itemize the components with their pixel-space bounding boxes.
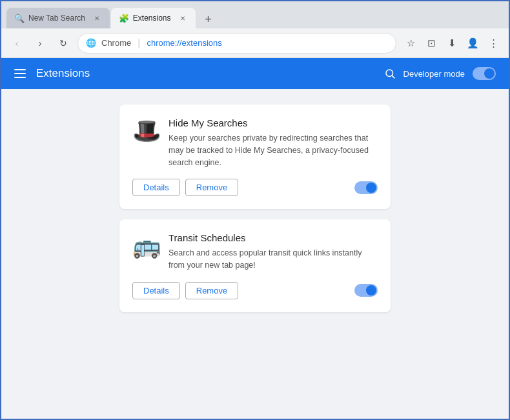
new-tab-button[interactable]: + bbox=[199, 10, 218, 28]
toggle-thumb-1 bbox=[366, 183, 376, 193]
extension-toggle-1[interactable] bbox=[354, 181, 378, 194]
svg-line-1 bbox=[392, 75, 394, 78]
download-button[interactable]: ⬇ bbox=[443, 34, 461, 52]
menu-dots-icon: ⋮ bbox=[489, 37, 498, 49]
ext-icon-1: ⊡ bbox=[427, 37, 436, 49]
address-bar[interactable]: 🌐 Chrome | chrome://extensions bbox=[77, 33, 396, 54]
tab-close-new-tab-search[interactable]: ✕ bbox=[92, 13, 102, 23]
browser-window: 🔍 New Tab Search ✕ 🧩 Extensions ✕ + ‹ › … bbox=[0, 0, 510, 420]
hamburger-menu[interactable] bbox=[14, 69, 26, 78]
extension-desc-2: Search and access popular transit quick … bbox=[168, 247, 378, 272]
details-button-2[interactable]: Details bbox=[132, 282, 180, 299]
back-button[interactable]: ‹ bbox=[8, 34, 26, 52]
developer-mode-toggle[interactable] bbox=[473, 67, 496, 80]
remove-button-1[interactable]: Remove bbox=[185, 179, 238, 196]
reload-icon: ↻ bbox=[59, 38, 67, 48]
bookmark-button[interactable]: ☆ bbox=[402, 34, 420, 52]
tab-bar: 🔍 New Tab Search ✕ 🧩 Extensions ✕ + bbox=[1, 1, 509, 28]
extension-desc-1: Keep your searches private by redirectin… bbox=[168, 132, 378, 168]
extension-name-1: Hide My Searches bbox=[168, 117, 378, 128]
download-icon: ⬇ bbox=[448, 37, 456, 49]
tab-extensions[interactable]: 🧩 Extensions ✕ bbox=[111, 8, 196, 28]
header-left: Extensions bbox=[14, 67, 90, 80]
extensions-title: Extensions bbox=[36, 67, 90, 80]
forward-icon: › bbox=[39, 38, 42, 48]
extension-toggle-2[interactable] bbox=[354, 284, 378, 297]
forward-button[interactable]: › bbox=[31, 34, 49, 52]
toolbar: ‹ › ↻ 🌐 Chrome | chrome://extensions ☆ ⊡… bbox=[1, 28, 509, 58]
bookmark-icon: ☆ bbox=[407, 37, 415, 49]
card-top-2: 🚌 Transit Schedules Search and access po… bbox=[132, 232, 378, 272]
address-favicon: 🌐 bbox=[86, 38, 96, 48]
extension-icon-1[interactable]: ⊡ bbox=[422, 34, 440, 52]
tab-search-icon: 🔍 bbox=[14, 14, 25, 23]
toolbar-actions: ☆ ⊡ ⬇ 👤 ⋮ bbox=[402, 34, 502, 52]
back-icon: ‹ bbox=[15, 38, 19, 48]
profile-icon: 👤 bbox=[467, 37, 479, 49]
remove-button-2[interactable]: Remove bbox=[185, 282, 238, 299]
extension-icon-transit-schedules: 🚌 bbox=[132, 232, 158, 259]
details-button-1[interactable]: Details bbox=[132, 179, 180, 196]
extension-card-transit-schedules: 🚌 Transit Schedules Search and access po… bbox=[119, 219, 391, 312]
hamburger-line-3 bbox=[14, 77, 26, 78]
reload-button[interactable]: ↻ bbox=[54, 34, 72, 52]
svg-point-0 bbox=[386, 70, 393, 77]
tab-new-tab-search[interactable]: 🔍 New Tab Search ✕ bbox=[6, 8, 110, 28]
card-top-1: 🎩 Hide My Searches Keep your searches pr… bbox=[132, 117, 378, 168]
header-right: Developer mode bbox=[384, 67, 496, 80]
extension-info-2: Transit Schedules Search and access popu… bbox=[168, 232, 378, 272]
address-origin: Chrome bbox=[101, 38, 131, 48]
tab-new-tab-search-label: New Tab Search bbox=[28, 14, 85, 23]
menu-button[interactable]: ⋮ bbox=[484, 34, 502, 52]
address-path: chrome://extensions bbox=[147, 38, 221, 48]
tab-close-extensions[interactable]: ✕ bbox=[178, 13, 188, 23]
extension-name-2: Transit Schedules bbox=[168, 232, 378, 243]
card-bottom-2: Details Remove bbox=[132, 282, 378, 299]
extension-info-1: Hide My Searches Keep your searches priv… bbox=[168, 117, 378, 168]
hamburger-line-1 bbox=[14, 69, 26, 70]
hamburger-line-2 bbox=[14, 73, 26, 74]
card-bottom-1: Details Remove bbox=[132, 179, 378, 196]
extension-card-hide-my-searches: 🎩 Hide My Searches Keep your searches pr… bbox=[119, 105, 391, 209]
profile-button[interactable]: 👤 bbox=[464, 34, 482, 52]
search-icon[interactable] bbox=[384, 68, 396, 79]
tab-extensions-label: Extensions bbox=[133, 14, 171, 23]
tab-extensions-icon: 🧩 bbox=[119, 14, 129, 23]
extensions-header: Extensions Developer mode bbox=[1, 58, 509, 89]
extension-icon-hide-my-searches: 🎩 bbox=[132, 117, 158, 145]
card-buttons-2: Details Remove bbox=[132, 282, 238, 299]
address-separator: | bbox=[138, 37, 140, 49]
developer-mode-label: Developer mode bbox=[403, 69, 465, 79]
extensions-content: 🔍 ris 🎩 Hide My Searches Keep your searc… bbox=[1, 89, 509, 419]
card-buttons-1: Details Remove bbox=[132, 179, 238, 196]
